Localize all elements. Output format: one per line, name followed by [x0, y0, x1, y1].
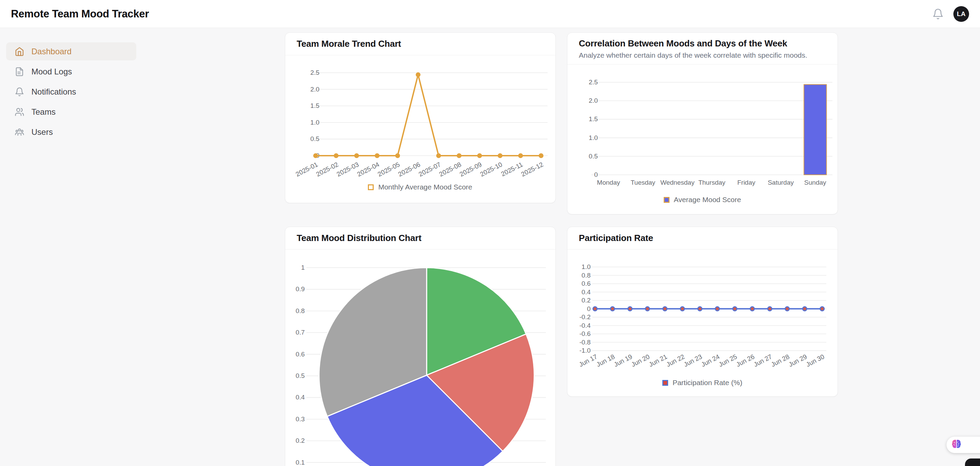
svg-text:0.2: 0.2 — [296, 437, 304, 444]
page-title: Remote Team Mood Tracker — [11, 8, 149, 20]
svg-text:2.0: 2.0 — [310, 86, 319, 93]
card-participation-rate: Participation Rate 1.00.80.60.40.20-0.2-… — [567, 227, 838, 397]
svg-text:2025-10: 2025-10 — [479, 161, 503, 178]
sidebar-item-notifications[interactable]: Notifications — [6, 82, 136, 101]
svg-text:2025-06: 2025-06 — [397, 161, 422, 178]
svg-text:Saturday: Saturday — [768, 179, 794, 186]
card-title: Correlation Between Moods and Days of th… — [579, 38, 826, 49]
svg-text:Jun 29: Jun 29 — [788, 353, 808, 368]
users-icon — [15, 107, 24, 117]
svg-text:Jun 23: Jun 23 — [682, 353, 703, 368]
svg-text:0.7: 0.7 — [296, 329, 304, 336]
chart-legend: Monthly Average Mood Score — [285, 183, 555, 191]
sidebar-item-label: Dashboard — [32, 47, 72, 56]
sidebar-item-mood-logs[interactable]: Mood Logs — [6, 62, 136, 81]
mood-day-bar-chart: 00.51.01.52.02.5MondayTuesdayWednesdayTh… — [567, 65, 838, 193]
sidebar-item-label: Notifications — [32, 87, 76, 97]
svg-text:Jun 30: Jun 30 — [805, 353, 825, 368]
svg-text:2025-09: 2025-09 — [458, 161, 483, 178]
card-team-morale-trend: Team Morale Trend Chart 00.51.01.52.02.5… — [285, 32, 556, 203]
svg-text:0.6: 0.6 — [296, 350, 304, 358]
sidebar-item-label: Mood Logs — [32, 67, 72, 76]
legend-swatch — [368, 184, 374, 190]
svg-text:Thursday: Thursday — [698, 179, 725, 186]
svg-text:1.0: 1.0 — [310, 119, 319, 126]
notifications-bell-icon[interactable] — [932, 8, 944, 20]
morale-trend-line-chart: 00.51.01.52.02.52025-012025-022025-03202… — [285, 55, 555, 180]
svg-text:2.5: 2.5 — [589, 79, 597, 86]
sidebar-item-dashboard[interactable]: Dashboard — [6, 42, 136, 60]
svg-text:0.8: 0.8 — [581, 272, 590, 279]
card-title: Participation Rate — [579, 233, 826, 243]
svg-text:2025-12: 2025-12 — [520, 161, 544, 178]
sidebar-item-teams[interactable]: Teams — [6, 103, 136, 121]
svg-text:0.5: 0.5 — [310, 135, 319, 143]
legend-swatch — [662, 380, 668, 386]
sidebar-item-label: Teams — [32, 107, 56, 117]
svg-text:1.0: 1.0 — [589, 134, 597, 141]
avatar[interactable]: LA — [953, 6, 969, 22]
card-title: Team Morale Trend Chart — [297, 38, 544, 49]
svg-text:0.5: 0.5 — [589, 152, 597, 160]
users-group-icon — [15, 127, 24, 137]
legend-swatch — [664, 197, 670, 203]
svg-text:2025-05: 2025-05 — [376, 161, 401, 178]
svg-text:Jun 26: Jun 26 — [735, 353, 755, 368]
svg-text:0.8: 0.8 — [296, 307, 304, 314]
svg-text:-1.0: -1.0 — [579, 347, 590, 354]
svg-text:2025-04: 2025-04 — [356, 161, 380, 178]
svg-text:2025-08: 2025-08 — [438, 161, 463, 178]
svg-text:Jun 28: Jun 28 — [770, 353, 791, 368]
card-title: Team Mood Distribution Chart — [297, 233, 544, 243]
svg-text:-0.2: -0.2 — [579, 314, 590, 320]
svg-text:Friday: Friday — [737, 179, 755, 186]
svg-text:0.5: 0.5 — [296, 372, 304, 379]
svg-text:2025-03: 2025-03 — [336, 161, 360, 178]
brain-icon — [951, 439, 962, 451]
svg-text:0.4: 0.4 — [581, 288, 590, 296]
svg-text:Jun 19: Jun 19 — [612, 353, 633, 368]
mood-distribution-pie-chart: 10.90.80.70.60.50.40.30.20.1 — [285, 250, 555, 466]
card-mood-day-correlation: Correlation Between Moods and Days of th… — [567, 32, 838, 214]
assistant-widget-button[interactable] — [947, 437, 980, 453]
svg-text:1: 1 — [301, 264, 305, 271]
svg-text:0.2: 0.2 — [581, 297, 590, 304]
svg-text:0.6: 0.6 — [581, 280, 590, 287]
svg-text:0.9: 0.9 — [296, 285, 304, 293]
legend-label: Monthly Average Mood Score — [378, 183, 472, 191]
svg-text:0: 0 — [587, 305, 590, 312]
home-icon — [15, 47, 24, 56]
app-header: Remote Team Mood Tracker LA — [0, 0, 980, 28]
svg-text:2.5: 2.5 — [310, 69, 319, 76]
svg-text:Monday: Monday — [597, 179, 620, 186]
sidebar-item-users[interactable]: Users — [6, 123, 136, 141]
svg-text:Wednesday: Wednesday — [660, 179, 694, 186]
chart-legend: Participation Rate (%) — [567, 379, 838, 387]
corner-widget[interactable] — [965, 458, 980, 466]
sidebar: Dashboard Mood Logs Notifications — [0, 28, 142, 466]
svg-text:2.0: 2.0 — [589, 97, 597, 104]
participation-rate-line-chart: 1.00.80.60.40.20-0.2-0.4-0.6-0.8-1.0Jun … — [567, 250, 838, 376]
svg-text:1.0: 1.0 — [581, 263, 590, 270]
svg-text:2025-07: 2025-07 — [417, 161, 442, 178]
svg-text:0.4: 0.4 — [296, 394, 305, 401]
svg-text:Jun 18: Jun 18 — [595, 353, 616, 368]
card-mood-distribution: Team Mood Distribution Chart 10.90.80.70… — [285, 227, 556, 466]
svg-text:2025-11: 2025-11 — [500, 161, 523, 178]
svg-text:-0.4: -0.4 — [579, 322, 590, 329]
bell-icon — [15, 87, 24, 97]
svg-text:2025-01: 2025-01 — [294, 161, 319, 178]
svg-text:Jun 24: Jun 24 — [700, 353, 721, 368]
svg-text:Jun 20: Jun 20 — [630, 353, 651, 368]
svg-text:Jun 21: Jun 21 — [648, 353, 668, 368]
document-icon — [15, 67, 24, 76]
svg-text:2025-02: 2025-02 — [315, 161, 339, 178]
svg-text:1.5: 1.5 — [310, 102, 319, 109]
sidebar-item-label: Users — [32, 127, 53, 137]
svg-text:-0.6: -0.6 — [579, 330, 590, 337]
card-subtitle: Analyze whether certain days of the week… — [579, 51, 826, 59]
svg-text:Jun 25: Jun 25 — [718, 353, 738, 368]
svg-text:0: 0 — [594, 171, 598, 178]
svg-text:Sunday: Sunday — [804, 179, 826, 186]
legend-label: Average Mood Score — [674, 196, 741, 204]
